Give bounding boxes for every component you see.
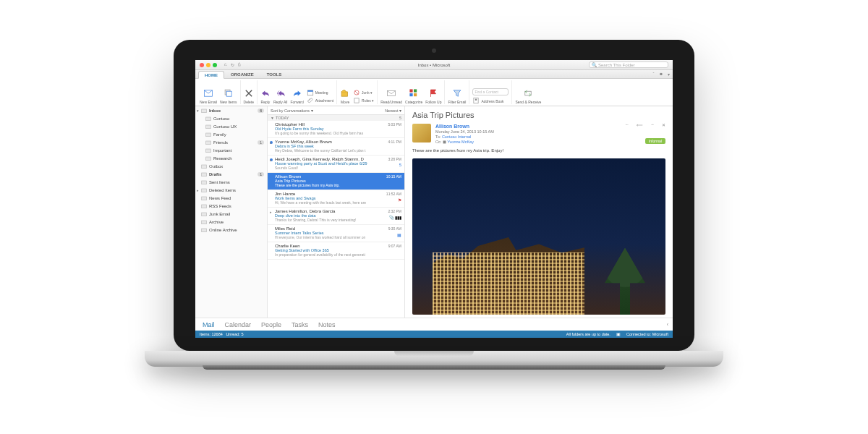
svg-rect-30 <box>202 221 207 224</box>
day-group-today[interactable]: ▼TODAY5 <box>268 115 404 121</box>
forward-button[interactable]: Forward <box>290 88 303 104</box>
camera-dot <box>432 48 436 53</box>
folder-sent-items[interactable]: Sent Items <box>195 178 267 186</box>
delete-icon[interactable]: ✕ <box>662 122 665 127</box>
close-window-dot[interactable] <box>200 63 204 67</box>
reply-icon[interactable]: ← <box>625 122 629 127</box>
folder-drafts[interactable]: Drafts1 <box>195 170 267 178</box>
send-receive-button[interactable]: Send & Receive <box>515 88 541 104</box>
move-button[interactable]: Move <box>340 88 350 104</box>
message-item[interactable]: ▸Yvonne McKay, Allison BrownDebra in SF … <box>268 138 404 156</box>
folder-icon <box>201 195 207 201</box>
reply-all-icon[interactable]: ⟸ <box>637 122 643 127</box>
meeting-button[interactable]: Meeting <box>307 89 333 96</box>
folder-contoso[interactable]: Contoso <box>195 114 267 122</box>
message-item[interactable]: Jim HanceWork Items and SwagsHi, We have… <box>268 190 404 208</box>
module-tasks[interactable]: Tasks <box>292 321 308 328</box>
svg-rect-22 <box>206 157 211 161</box>
follow-up-button[interactable]: Follow Up <box>425 88 441 104</box>
folder-icon <box>201 108 207 114</box>
category-badge[interactable]: Informal <box>645 138 665 144</box>
delete-button[interactable]: Delete <box>244 88 254 104</box>
cc-recipient: Yvonne McKay <box>447 140 474 144</box>
new-email-button[interactable]: New Email <box>200 88 217 104</box>
thread-caret-icon[interactable]: ▸ <box>270 210 272 214</box>
forward-icon[interactable]: → <box>650 122 655 127</box>
svg-rect-12 <box>414 93 417 96</box>
folder-friends[interactable]: Friends1 <box>195 138 267 146</box>
folder-deleted-items[interactable]: ▸Deleted Items <box>195 186 267 194</box>
reply-button[interactable]: Reply <box>260 88 271 104</box>
junk-button[interactable]: Junk ▾ <box>353 89 374 96</box>
undo-icon[interactable]: ⎌ <box>224 62 227 67</box>
categorize-button[interactable]: Categorize <box>405 88 422 104</box>
category-flags: ▮▮▮ <box>395 215 401 220</box>
zoom-window-dot[interactable] <box>213 63 217 67</box>
find-contact-input[interactable]: Find a Contact <box>472 88 509 95</box>
module-people[interactable]: People <box>261 321 281 328</box>
svg-rect-4 <box>307 90 313 91</box>
module-calendar[interactable]: Calendar <box>225 321 252 328</box>
ribbon-collapse-icon[interactable]: ˄ <box>652 72 655 77</box>
search-icon: 🔍 <box>592 62 597 67</box>
thread-count: 5 <box>399 163 401 167</box>
message-item[interactable]: Miles ReidSummer Intern Talks SeriesHi e… <box>268 225 404 242</box>
address-book-button[interactable]: Address Book <box>472 97 509 104</box>
folder-inbox[interactable]: ▾Inbox6 <box>195 106 267 114</box>
svg-rect-26 <box>202 189 207 192</box>
folder-research[interactable]: Research <box>195 154 267 162</box>
message-item[interactable]: ▸Heidi Joseph, Gina Kennedy, Ralph Stamm… <box>268 156 404 173</box>
reply-all-button[interactable]: Reply All <box>273 88 287 104</box>
attachment-button[interactable]: Attachment <box>307 97 333 104</box>
folder-important[interactable]: Important <box>195 146 267 154</box>
window-title: Inbox • Microsoft <box>418 63 450 67</box>
folder-icon <box>205 156 211 161</box>
module-mail[interactable]: Mail <box>203 321 215 328</box>
folder-icon <box>201 219 207 225</box>
tab-organize[interactable]: ORGANIZE <box>224 70 260 78</box>
folder-outbox[interactable]: Outbox <box>195 162 267 170</box>
print-icon[interactable]: ⎙ <box>238 62 241 67</box>
svg-rect-24 <box>202 173 207 176</box>
folder-junk-email[interactable]: Junk Email <box>195 210 267 218</box>
folder-news-feed[interactable]: News Feed <box>195 194 267 202</box>
rules-button[interactable]: Rules ▾ <box>353 97 374 104</box>
svg-rect-17 <box>206 117 211 121</box>
thread-caret-icon[interactable]: ▸ <box>270 140 272 145</box>
sort-dropdown[interactable]: Sort by Conversations ▾ <box>271 109 313 113</box>
folder-contoso-ux[interactable]: Contoso UX <box>195 122 267 130</box>
search-folder-input[interactable]: 🔍 Search This Folder <box>589 61 668 68</box>
folder-icon <box>201 179 207 185</box>
pane-collapse-icon[interactable]: ‹ <box>667 322 668 327</box>
folder-online-archive[interactable]: Online Archive <box>195 226 267 234</box>
menu-caret-icon[interactable]: ▾ <box>668 72 670 77</box>
search-placeholder: Search This Folder <box>598 63 635 67</box>
folder-icon <box>205 124 211 129</box>
svg-rect-7 <box>354 98 359 102</box>
calendar-icon: ▦ <box>397 232 401 237</box>
folder-rss-feeds[interactable]: RSS Feeds <box>195 202 267 210</box>
newest-dropdown[interactable]: Newest ▾ <box>385 109 401 113</box>
message-item[interactable]: Allison BrownAsia Trip PicturesThese are… <box>268 173 404 190</box>
minimize-window-dot[interactable] <box>206 63 210 67</box>
read-unread-button[interactable]: Read/Unread <box>380 88 402 104</box>
message-item[interactable]: ▸James Halmilton, Debra GarciaDeep dive … <box>268 208 404 225</box>
filter-email-button[interactable]: Filter Email <box>448 88 466 104</box>
outlook-icon: ▣ <box>616 332 621 336</box>
folder-icon <box>201 171 207 177</box>
thread-caret-icon[interactable]: ▸ <box>270 158 272 162</box>
help-icon[interactable]: ☻ <box>659 72 663 77</box>
folder-family[interactable]: Family <box>195 130 267 138</box>
svg-rect-16 <box>202 109 207 113</box>
tab-home[interactable]: HOME <box>198 71 224 79</box>
attachment-icon: 📎 <box>389 215 394 220</box>
tab-tools[interactable]: TOOLS <box>260 70 289 78</box>
status-unread: Unread: 5 <box>226 332 243 336</box>
folder-archive[interactable]: Archive <box>195 218 267 226</box>
new-items-button[interactable]: New Items <box>220 88 237 104</box>
to-recipient: Contoso Internal <box>442 135 471 139</box>
redo-icon[interactable]: ↻ <box>231 62 234 67</box>
message-item[interactable]: Christopher HillOld Hyde Farm this Sunda… <box>268 121 404 138</box>
message-item[interactable]: Charlie KeenGetting Started with Office … <box>268 242 404 260</box>
module-notes[interactable]: Notes <box>318 321 336 328</box>
